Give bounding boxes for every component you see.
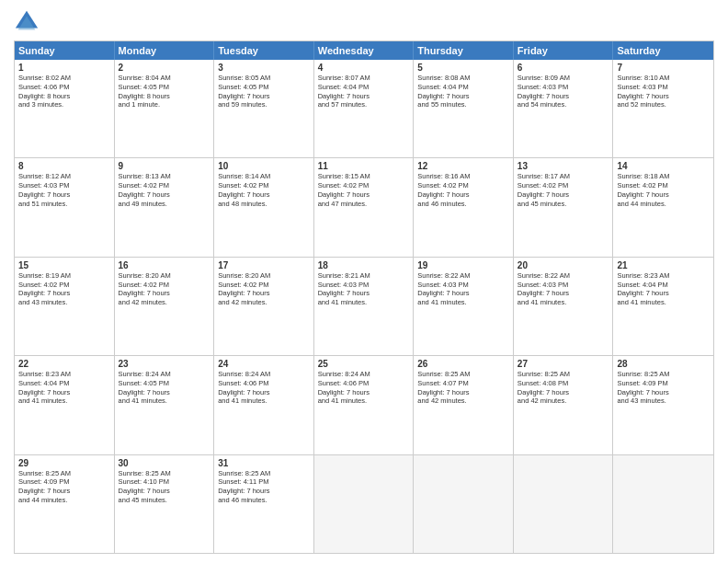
calendar-cell: 14Sunrise: 8:18 AMSunset: 4:02 PMDayligh… [613,158,713,256]
cell-line: Sunset: 4:02 PM [218,281,310,290]
cell-line: Daylight: 8 hours [18,92,110,101]
cell-line: Sunset: 4:08 PM [518,379,609,388]
day-number: 9 [119,161,210,171]
cell-line: Sunset: 4:02 PM [18,281,110,290]
calendar-cell: 28Sunrise: 8:25 AMSunset: 4:09 PMDayligh… [613,356,713,454]
cell-line: Sunrise: 8:23 AM [617,271,710,281]
calendar-cell: 29Sunrise: 8:25 AMSunset: 4:09 PMDayligh… [15,455,115,553]
calendar-cell: 21Sunrise: 8:23 AMSunset: 4:04 PMDayligh… [613,258,713,355]
cell-line: Sunrise: 8:02 AM [18,74,110,83]
cell-line: Sunrise: 8:23 AM [18,370,110,379]
calendar-cell: 23Sunrise: 8:24 AMSunset: 4:05 PMDayligh… [115,356,215,454]
cell-line: and 46 minutes. [218,496,310,505]
cell-line: and 44 minutes. [18,496,110,505]
cell-line: Sunrise: 8:07 AM [318,74,410,83]
calendar-row: 29Sunrise: 8:25 AMSunset: 4:09 PMDayligh… [15,454,713,553]
cell-line: Daylight: 7 hours [417,388,509,397]
calendar-cell: 26Sunrise: 8:25 AMSunset: 4:07 PMDayligh… [414,356,514,454]
cell-line: Sunset: 4:09 PM [18,477,110,487]
cell-line: Sunrise: 8:22 AM [518,271,609,281]
calendar-cell: 10Sunrise: 8:14 AMSunset: 4:02 PMDayligh… [214,158,314,256]
calendar-cell [514,455,614,553]
cell-line: Daylight: 7 hours [218,487,310,496]
cell-line: Sunrise: 8:25 AM [119,469,210,478]
cell-line: Sunrise: 8:25 AM [518,370,609,379]
cell-line: Sunset: 4:06 PM [218,379,310,388]
calendar: SundayMondayTuesdayWednesdayThursdayFrid… [14,40,714,554]
calendar-cell: 22Sunrise: 8:23 AMSunset: 4:04 PMDayligh… [15,356,115,454]
calendar-cell [314,455,415,553]
cell-line: Daylight: 7 hours [518,388,609,397]
calendar-cell: 4Sunrise: 8:07 AMSunset: 4:04 PMDaylight… [314,60,415,157]
cell-line: Sunset: 4:03 PM [518,83,609,92]
cell-line: Sunrise: 8:24 AM [119,370,210,379]
day-number: 7 [617,63,710,73]
day-number: 17 [218,260,310,270]
cell-line: Daylight: 7 hours [318,289,410,298]
calendar-cell [613,455,713,553]
weekday-header: Tuesday [214,41,314,60]
weekday-header: Saturday [613,41,713,60]
calendar-row: 8Sunrise: 8:12 AMSunset: 4:03 PMDaylight… [15,157,713,256]
cell-line: Sunrise: 8:20 AM [119,271,210,281]
cell-line: Sunrise: 8:15 AM [318,172,410,181]
calendar-cell: 9Sunrise: 8:13 AMSunset: 4:02 PMDaylight… [115,158,215,256]
calendar-row: 15Sunrise: 8:19 AMSunset: 4:02 PMDayligh… [15,257,713,355]
cell-line: and 45 minutes. [518,200,609,209]
cell-line: Sunset: 4:03 PM [318,281,410,290]
calendar-cell: 12Sunrise: 8:16 AMSunset: 4:02 PMDayligh… [414,158,514,256]
cell-line: Sunset: 4:02 PM [417,181,509,190]
cell-line: Sunrise: 8:12 AM [18,172,110,181]
day-number: 14 [617,161,710,171]
cell-line: Daylight: 7 hours [119,388,210,397]
cell-line: Sunset: 4:03 PM [617,83,710,92]
day-number: 11 [318,161,410,171]
calendar-cell: 31Sunrise: 8:25 AMSunset: 4:11 PMDayligh… [214,455,314,553]
header [14,9,714,35]
cell-line: Daylight: 7 hours [18,388,110,397]
day-number: 19 [417,260,509,270]
cell-line: and 41 minutes. [318,396,410,406]
calendar-cell: 18Sunrise: 8:21 AMSunset: 4:03 PMDayligh… [314,258,415,355]
day-number: 21 [617,260,710,270]
cell-line: and 55 minutes. [417,100,509,109]
cell-line: Daylight: 7 hours [518,190,609,200]
cell-line: Daylight: 7 hours [318,388,410,397]
weekday-header: Monday [115,41,215,60]
calendar-header: SundayMondayTuesdayWednesdayThursdayFrid… [15,41,713,60]
cell-line: and 3 minutes. [18,100,110,109]
cell-line: Sunrise: 8:19 AM [18,271,110,281]
cell-line: and 43 minutes. [18,298,110,307]
cell-line: Sunset: 4:10 PM [119,477,210,487]
cell-line: and 41 minutes. [18,396,110,406]
cell-line: Sunset: 4:02 PM [518,181,609,190]
cell-line: Daylight: 7 hours [119,190,210,200]
cell-line: Sunrise: 8:21 AM [318,271,410,281]
cell-line: and 57 minutes. [318,100,410,109]
calendar-body: 1Sunrise: 8:02 AMSunset: 4:06 PMDaylight… [15,60,713,553]
calendar-cell: 1Sunrise: 8:02 AMSunset: 4:06 PMDaylight… [15,60,115,157]
calendar-cell: 16Sunrise: 8:20 AMSunset: 4:02 PMDayligh… [115,258,215,355]
cell-line: Daylight: 7 hours [218,289,310,298]
cell-line: Sunset: 4:06 PM [318,379,410,388]
cell-line: and 41 minutes. [119,396,210,406]
day-number: 1 [18,63,110,73]
calendar-row: 22Sunrise: 8:23 AMSunset: 4:04 PMDayligh… [15,355,713,454]
day-number: 31 [218,458,310,468]
cell-line: Daylight: 7 hours [318,190,410,200]
cell-line: Sunset: 4:04 PM [617,281,710,290]
cell-line: and 41 minutes. [617,298,710,307]
day-number: 13 [518,161,609,171]
calendar-cell: 5Sunrise: 8:08 AMSunset: 4:04 PMDaylight… [414,60,514,157]
cell-line: Sunset: 4:04 PM [417,83,509,92]
cell-line: Sunset: 4:05 PM [119,83,210,92]
day-number: 5 [417,63,509,73]
cell-line: Sunrise: 8:22 AM [417,271,509,281]
day-number: 24 [218,359,310,369]
cell-line: Sunset: 4:03 PM [518,281,609,290]
cell-line: Sunset: 4:07 PM [417,379,509,388]
cell-line: Daylight: 7 hours [119,487,210,496]
day-number: 22 [18,359,110,369]
cell-line: Sunset: 4:04 PM [318,83,410,92]
day-number: 25 [318,359,410,369]
